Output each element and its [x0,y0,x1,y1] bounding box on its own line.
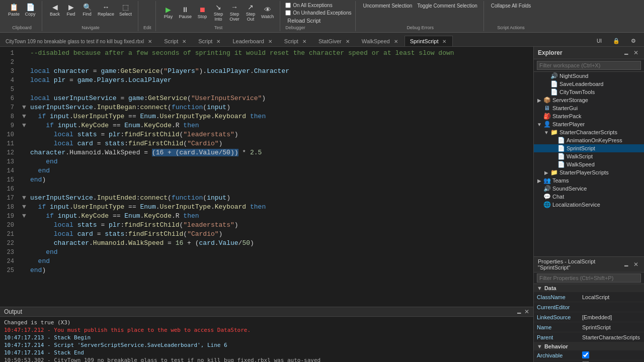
tree-item-label: WalkSpeed [567,161,644,167]
tree-item-saveleaderboard[interactable]: 📄SaveLeaderboard [534,80,644,88]
fold-arrow[interactable]: ▼ [20,194,28,203]
navigate-group: ◀ Back ▶ Fwd 🔍 Find ↔ Replace ⬚ Select N… [43,1,138,31]
on-unhandled-exceptions-checkbox[interactable] [285,10,291,16]
tab-walkspeed-close[interactable]: ✕ [393,39,399,44]
tree-item-soundservice[interactable]: 🔊SoundService [534,185,644,193]
toggle-comment-button[interactable]: Toggle Comment Selection [415,2,479,10]
tab-citytown-close[interactable]: ✕ [147,39,153,44]
replace-button[interactable]: ↔ Replace [96,2,116,18]
tab-script2[interactable]: Script ✕ [193,36,227,46]
tree-item-icon: 📄 [550,80,558,87]
step-into-icon: ↘ [215,3,221,11]
paste-button[interactable]: 📋 Paste [6,2,22,18]
tree-arrow[interactable]: ▼ [543,130,550,135]
tree-item-icon: 📄 [550,88,558,96]
tree-item-walkspeed[interactable]: 📄WalkSpeed [534,160,644,168]
tree-item-teams[interactable]: ▶👥Teams [534,176,644,185]
tree-item-nightsound[interactable]: 🔊NightSound [534,72,644,80]
tree-arrow[interactable]: ▶ [536,98,543,103]
props-close-button[interactable]: ✕ [632,260,640,268]
tree-item-chat[interactable]: 💬Chat [534,193,644,201]
tree-arrow[interactable]: ▶ [536,178,543,184]
tab-script3[interactable]: Script ✕ [279,36,313,46]
copy-button[interactable]: 📄 Copy [23,2,38,18]
tab-statgiver[interactable]: StatGiver ✕ [313,36,356,46]
tab-script2-close[interactable]: ✕ [215,39,221,44]
stop-button[interactable]: ⏹ Stop [195,5,210,20]
explorer-search-area [534,59,644,72]
prop-checkbox[interactable] [582,351,589,358]
tree-item-localizationservice[interactable]: 🌐LocalizationService [534,201,644,209]
tree-item-startergui[interactable]: 🖥StarterGui [534,104,644,112]
lock-tab-button[interactable]: 🔒 [609,37,624,45]
find-button[interactable]: 🔍 Find [79,2,95,18]
tree-item-serverstorage[interactable]: ▶📦ServerStorage [534,96,644,104]
props-search-input[interactable] [537,274,641,283]
on-all-exceptions-checkbox[interactable] [285,3,291,8]
tree-item-citytowntools[interactable]: 📄CityTownTools [534,88,644,96]
tree-item-starterpack[interactable]: 🎒StarterPack [534,112,644,120]
tree-item-animationonkeypress[interactable]: 📄AnimationOnKeyPress [534,136,644,144]
explorer-search-input[interactable] [537,61,641,70]
reload-script-button[interactable]: Reload Script [285,17,351,24]
fold-arrow[interactable]: ▼ [20,121,28,130]
line-content: if input.UserInputType == Enum.UserInput… [28,203,533,212]
code-line-7: 7▼userInputService.InputBegan:connect(fu… [0,103,533,112]
props-section-data[interactable]: ▼Data [534,284,644,292]
uncomment-selection-button[interactable]: Uncomment Selection [361,2,414,10]
clipboard-buttons: 📋 Paste 📄 Copy [6,2,38,18]
props-header: Properties - LocalScript "SprintScript" … [534,257,644,273]
prop-name: CurrentEditor [537,304,582,310]
tab-script1[interactable]: Script ✕ [158,36,193,46]
tree-item-starterplayer[interactable]: ▼👤StarterPlayer [534,120,644,128]
collapse-all-button[interactable]: Collapse All Folds [489,2,533,10]
tree-arrow[interactable]: ▶ [543,170,550,175]
ui-toggle-button[interactable]: UI [592,37,607,45]
code-editor[interactable]: 1--disabled because after a few seconds … [0,47,533,307]
fold-arrow[interactable]: ▼ [20,212,28,221]
select-button[interactable]: ⬚ Select [117,2,134,18]
props-minimize-button[interactable]: 🗕 [622,260,631,268]
tab-sprintscript-close[interactable]: ✕ [441,39,447,44]
find-icon: 🔍 [83,3,92,11]
prop-value[interactable] [582,351,641,359]
watch-button[interactable]: 👁 Watch [259,5,276,20]
settings-tab-button[interactable]: ⚙ [626,37,641,45]
tab-citytown[interactable]: CityTown 109 no breakable glass to test … [0,36,158,46]
fold-arrow[interactable]: ▼ [20,103,28,112]
tree-item-startercharscripts[interactable]: ▼📁StarterCharacterScripts [534,128,644,136]
tree-item-starterplayerscripts[interactable]: ▶📁StarterPlayerScripts [534,168,644,176]
back-button[interactable]: ◀ Back [47,2,62,18]
line-content: local character = game:GetService("Playe… [28,67,533,76]
step-over-button[interactable]: → StepOver [227,2,242,23]
tab-sprintscript[interactable]: SprintScript ✕ [405,36,453,46]
fold-arrow[interactable]: ▼ [20,112,28,121]
tab-leaderboard[interactable]: Leaderboard ✕ [227,36,278,46]
on-unhandled-exceptions-row[interactable]: On Unhandled Exceptions [285,10,351,16]
pause-button[interactable]: ⏸ Pause [177,5,194,20]
tree-arrow[interactable]: ▼ [536,122,543,127]
output-minimize-button[interactable]: 🗕 [516,308,522,315]
on-all-exceptions-row[interactable]: On All Exceptions [285,2,351,9]
explorer-minimize-button[interactable]: 🗕 [622,49,631,57]
step-into-button[interactable]: ↘ StepInto [211,2,226,23]
tab-leaderboard-label: Leaderboard [232,38,264,44]
props-section-behavior[interactable]: ▼Behavior [534,342,644,350]
line-number: 17 [0,194,20,203]
fold-arrow[interactable]: ▼ [20,203,28,212]
play-button[interactable]: ▶ Play [161,5,176,20]
tree-item-sprintscript[interactable]: 📄SprintScript [534,144,644,152]
tab-script3-close[interactable]: ✕ [301,39,307,44]
tree-item-icon: 🔊 [550,72,558,79]
tab-walkspeed[interactable]: WalkSpeed ✕ [356,36,405,46]
tab-script1-close[interactable]: ✕ [181,39,187,44]
tree-item-walkscript[interactable]: 📄WalkScript [534,152,644,160]
fold-arrow [20,157,28,166]
section-arrow: ▼ [537,343,542,349]
tab-statgiver-close[interactable]: ✕ [345,39,351,44]
explorer-close-button[interactable]: ✕ [632,49,640,57]
tab-leaderboard-close[interactable]: ✕ [267,39,273,44]
fwd-button[interactable]: ▶ Fwd [63,2,78,18]
output-close-button[interactable]: ✕ [524,308,529,315]
step-out-button[interactable]: ↗ StepOut [243,2,258,23]
